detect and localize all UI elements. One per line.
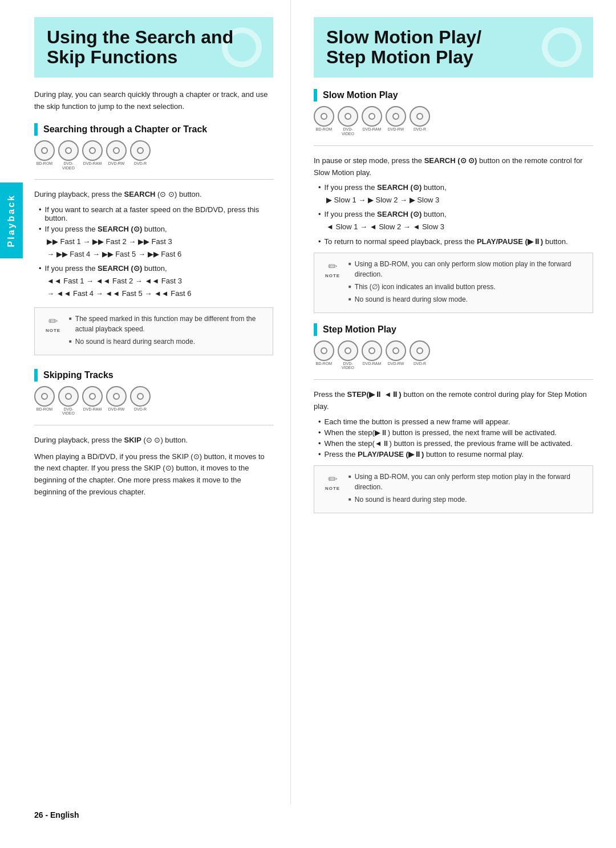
- right-title-box: Slow Motion Play/ Step Motion Play: [314, 17, 593, 78]
- skip-title-bar: [34, 369, 38, 382]
- disc-label-dvd-rw: DVD-RW: [108, 161, 125, 166]
- step-bullet3-text: When the step(◄⏸) button is pressed, the…: [325, 439, 573, 448]
- step-bullet1-text: Each time the button is pressed a new fr…: [325, 417, 510, 426]
- step-disc-circle-dvd-video: [338, 340, 358, 361]
- step-bullet2: • When the step(▶⏸) button is pressed, t…: [314, 428, 593, 437]
- disc-dvd-ram: DVD-RAM: [82, 140, 103, 170]
- slow-bullet1: • If you press the SEARCH (⊙) button,: [314, 183, 593, 192]
- search-section-header: Searching through a Chapter or Track: [34, 123, 273, 136]
- search-title-bar: [34, 123, 38, 136]
- skip-section-header: Skipping Tracks: [34, 369, 273, 382]
- disc-bd-rom: BD-ROM: [34, 140, 55, 170]
- search-bullet1: • If you want to search at a faster spee…: [34, 205, 273, 222]
- step-note-content: Using a BD-ROM, you can only perform ste…: [348, 472, 585, 507]
- step-body1: Press the STEP(▶⏸ ◄⏸) button on the remo…: [314, 389, 593, 413]
- search-title: Searching through a Chapter or Track: [43, 124, 207, 135]
- skip-disc-label-bd-rom: BD-ROM: [37, 407, 52, 412]
- slow-disc-circle-dvd-rw: [386, 106, 406, 127]
- note-label-slow: NOTE: [325, 273, 340, 278]
- slow-bullet3: • To return to normal speed playback, pr…: [314, 237, 593, 246]
- disc-circle-bd-rom: [34, 140, 55, 161]
- step-note-item-2: No sound is heard during step mode.: [348, 494, 585, 505]
- right-column: Slow Motion Play/ Step Motion Play Slow …: [291, 0, 616, 805]
- slow-disc-label-bd-rom: BD-ROM: [316, 127, 332, 132]
- slow-bullet-dot-1: •: [318, 183, 321, 192]
- step-disc-dvd-video: DVD-VIDEO: [338, 340, 358, 370]
- step-bullet-dot-3: •: [318, 439, 321, 448]
- step-disc-circle-dvd-rw: [386, 340, 406, 361]
- note-label-step: NOTE: [325, 486, 340, 491]
- step-note-box: ✏ NOTE Using a BD-ROM, you can only perf…: [314, 465, 593, 513]
- slow-divider: [314, 145, 593, 146]
- skip-disc-circle-dvd-video: [58, 386, 79, 407]
- step-bullet4-text: Press the PLAY/PAUSE (▶⏸) button to resu…: [325, 450, 524, 459]
- disc-label-dvd-r: DVD-R: [134, 161, 147, 166]
- search-bullet3-text: If you press the SEARCH (⊙) button,: [45, 264, 167, 273]
- search-note-item-1: The speed marked in this function may be…: [69, 314, 265, 334]
- fast-back-seq: ◄◄ Fast 1 → ◄◄ Fast 2 → ◄◄ Fast 3 → ◄◄ F…: [34, 275, 273, 300]
- search-disc-icons: BD-ROM DVD-VIDEO DVD-RAM DVD-RW DVD-R: [34, 140, 273, 170]
- bullet-dot-2: •: [39, 225, 42, 233]
- disc-circle-dvd-ram: [82, 140, 103, 161]
- search-bullet1-text: If you want to search at a faster speed …: [45, 205, 273, 222]
- left-column: Playback Using the Search and Skip Funct…: [0, 0, 291, 805]
- skip-disc-dvd-ram: DVD-RAM: [82, 386, 103, 416]
- slow-disc-label-dvd-rw: DVD-RW: [388, 127, 404, 132]
- skip-divider: [34, 425, 273, 425]
- skip-disc-icons: BD-ROM DVD-VIDEO DVD-RAM DVD-RW DVD-R: [34, 386, 273, 416]
- slow-title-bar: [314, 89, 317, 102]
- slow-back-seq: ◄ Slow 1 → ◄ Slow 2 → ◄ Slow 3: [314, 221, 593, 233]
- slow-disc-label-dvd-r: DVD-R: [414, 127, 426, 132]
- step-disc-icons: BD-ROM DVD-VIDEO DVD-RAM DVD-RW DVD-R: [314, 340, 593, 370]
- step-title: Step Motion Play: [323, 324, 396, 335]
- slow-note-item-2: This (∅) icon indicates an invalid butto…: [348, 282, 585, 292]
- step-disc-label-dvd-rw: DVD-RW: [388, 362, 404, 366]
- skip-disc-dvd-video: DVD-VIDEO: [58, 386, 79, 416]
- left-intro: During play, you can search quickly thro…: [34, 89, 273, 113]
- disc-dvd-video: DVD-VIDEO: [58, 140, 79, 170]
- disc-circle-dvd-r: [130, 140, 151, 161]
- skip-disc-label-dvd-r: DVD-R: [134, 407, 147, 412]
- fast-forward-seq: ▶▶ Fast 1 → ▶▶ Fast 2 → ▶▶ Fast 3 → ▶▶ F…: [34, 236, 273, 261]
- disc-label-dvd-video: DVD-VIDEO: [58, 161, 79, 170]
- step-disc-label-dvd-ram: DVD-RAM: [363, 362, 382, 366]
- search-divider: [34, 179, 273, 180]
- slow-note-item-1: Using a BD-ROM, you can only perform slo…: [348, 259, 585, 279]
- slow-disc-circle-dvd-r: [410, 106, 430, 127]
- slow-disc-circle-dvd-video: [338, 106, 358, 127]
- search-bullet2: • If you press the SEARCH (⊙) button,: [34, 225, 273, 233]
- step-disc-label-dvd-video: DVD-VIDEO: [338, 362, 358, 370]
- skip-disc-circle-dvd-rw: [106, 386, 127, 407]
- slow-disc-dvd-r: DVD-R: [410, 106, 430, 136]
- slow-bullet-dot-2: •: [318, 210, 321, 218]
- step-disc-circle-dvd-ram: [362, 340, 382, 361]
- search-bullet3: • If you press the SEARCH (⊙) button,: [34, 264, 273, 273]
- slow-disc-bd-rom: BD-ROM: [314, 106, 334, 136]
- skip-disc-dvd-r: DVD-R: [130, 386, 151, 416]
- step-bullet4: • Press the PLAY/PAUSE (▶⏸) button to re…: [314, 450, 593, 459]
- slow-bullet3-text: To return to normal speed playback, pres…: [325, 237, 568, 246]
- slow-disc-dvd-video: DVD-VIDEO: [338, 106, 358, 136]
- slow-forward-seq: ▶ Slow 1 → ▶ Slow 2 → ▶ Slow 3: [314, 194, 593, 206]
- skip-body1: During playback, press the SKIP (⊙ ⊙) bu…: [34, 435, 273, 447]
- step-bullet2-text: When the step(▶⏸) button is pressed, the…: [325, 428, 557, 437]
- slow-disc-circle-bd-rom: [314, 106, 334, 127]
- step-title-bar: [314, 323, 317, 336]
- step-disc-label-dvd-r: DVD-R: [414, 362, 426, 366]
- step-disc-dvd-rw: DVD-RW: [386, 340, 406, 370]
- search-body1: During playback, press the SEARCH (⊙ ⊙) …: [34, 189, 273, 201]
- slow-bullet2-text: If you press the SEARCH (⊙) button,: [325, 210, 447, 218]
- step-disc-label-bd-rom: BD-ROM: [316, 362, 332, 366]
- slow-body1: In pause or step mode, press the SEARCH …: [314, 155, 593, 179]
- slow-disc-label-dvd-video: DVD-VIDEO: [338, 127, 358, 136]
- search-note-box: ✏ NOTE The speed marked in this function…: [34, 307, 273, 355]
- slow-note-content: Using a BD-ROM, you can only perform slo…: [348, 259, 585, 307]
- bullet-dot-1: •: [39, 205, 42, 214]
- skip-disc-label-dvd-ram: DVD-RAM: [83, 407, 102, 412]
- skip-disc-label-dvd-rw: DVD-RW: [108, 407, 125, 412]
- right-title: Slow Motion Play/ Step Motion Play: [326, 27, 581, 67]
- disc-label-bd-rom: BD-ROM: [37, 161, 52, 166]
- pencil-icon: ✏: [48, 314, 58, 328]
- skip-title: Skipping Tracks: [43, 370, 114, 380]
- skip-body2: When playing a BD/DVD, if you press the …: [34, 451, 273, 498]
